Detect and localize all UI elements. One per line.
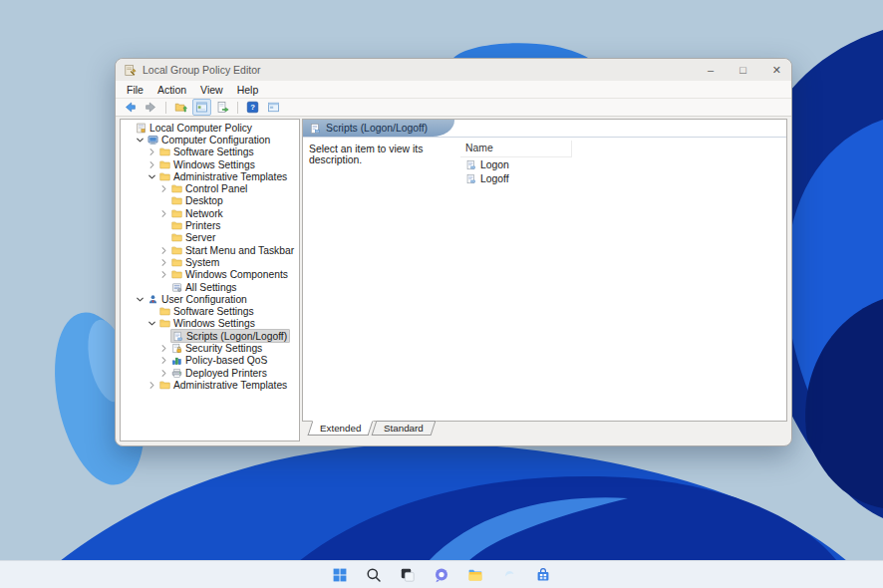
tree-item[interactable]: User Configuration [121, 293, 299, 305]
chevron-right-icon[interactable] [147, 380, 158, 391]
chev-right-icon [158, 245, 169, 256]
tab-label: Standard [384, 423, 424, 434]
tree-item[interactable]: Software Settings [121, 305, 299, 317]
toolbar [116, 99, 791, 117]
start-button[interactable] [328, 563, 353, 586]
menu-bar: FileActionViewHelp [116, 81, 791, 99]
tree-item[interactable]: Printers [121, 219, 299, 231]
folder-icon [171, 220, 182, 231]
chevron-right-icon[interactable] [147, 159, 158, 170]
chevron-down-icon[interactable] [136, 294, 147, 305]
menu-file[interactable]: File [120, 84, 150, 96]
chat-icon [434, 567, 449, 583]
list-item-label: Logon [480, 159, 509, 170]
tree-item[interactable]: Computer Configuration [121, 134, 299, 146]
tree-item[interactable]: Windows Settings [121, 158, 299, 170]
gpedit-window: Local Group Policy Editor –□✕ FileAction… [115, 58, 792, 446]
tree-item[interactable]: Start Menu and Taskbar [121, 244, 299, 256]
export-button[interactable] [213, 99, 232, 116]
list-item[interactable]: Logoff [460, 171, 786, 185]
list-item[interactable]: Logon [460, 157, 786, 171]
chevron-right-icon[interactable] [147, 147, 158, 157]
tree-item-label: Administrative Templates [173, 171, 287, 182]
tree-item[interactable]: Security Settings [121, 342, 299, 354]
folder-icon [171, 257, 182, 268]
file-explorer-button[interactable] [463, 563, 488, 586]
chevron-down-icon[interactable] [147, 318, 158, 329]
edge-button[interactable] [497, 563, 522, 586]
tree-item[interactable]: Software Settings [121, 147, 299, 158]
chevron-right-icon[interactable] [159, 269, 170, 280]
tree-item[interactable]: Policy-based QoS [121, 355, 299, 367]
tree-item[interactable]: Scripts (Logon/Logoff) [121, 330, 299, 342]
tree-item[interactable]: Network [121, 207, 299, 219]
menu-view[interactable]: View [193, 84, 230, 96]
window-tree-button[interactable] [192, 99, 211, 116]
item-description: Select an item to view its description. [303, 138, 460, 421]
chat-button[interactable] [430, 563, 454, 586]
folder-icon [159, 159, 170, 170]
scripts-icon [465, 173, 476, 184]
security-icon [171, 343, 182, 354]
tree-item[interactable]: Local Computer Policy [121, 122, 299, 134]
chevron-right-icon[interactable] [159, 368, 170, 379]
close-button[interactable]: ✕ [772, 65, 781, 76]
forward-button[interactable] [142, 99, 160, 116]
chevron-right-icon[interactable] [159, 245, 170, 256]
back-icon [124, 101, 137, 114]
minimize-button[interactable]: – [708, 65, 714, 76]
tree-item-label: System [185, 257, 219, 268]
chevron-right-icon[interactable] [159, 208, 170, 219]
task-view-button[interactable] [396, 563, 421, 586]
edge-icon [501, 567, 517, 583]
tree-item-label: All Settings [185, 282, 237, 293]
forward-icon [145, 101, 157, 114]
taskbar [0, 560, 883, 588]
tree-item[interactable]: Windows Settings [121, 318, 299, 330]
tab-label: Extended [320, 423, 361, 434]
tab-extended[interactable]: Extended [308, 421, 374, 436]
back-button[interactable] [121, 99, 140, 116]
title-bar[interactable]: Local Group Policy Editor –□✕ [116, 59, 791, 81]
search-button[interactable] [362, 563, 387, 586]
tree-item[interactable]: System [121, 256, 299, 268]
tree-item[interactable]: Control Panel [121, 182, 299, 194]
tab-standard[interactable]: Standard [372, 421, 437, 436]
window-title: Local Group Policy Editor [143, 64, 260, 76]
up-button[interactable] [171, 99, 190, 116]
tree-item-label: Start Menu and Taskbar [185, 245, 294, 256]
chevron-right-icon[interactable] [159, 183, 170, 194]
tree-item-label: Windows Settings [173, 159, 255, 170]
menu-help[interactable]: Help [230, 84, 266, 96]
tree-item[interactable]: Desktop [121, 195, 299, 207]
chevron-down-icon[interactable] [136, 135, 147, 146]
scripts-icon [172, 331, 183, 342]
tree-item-label: Scripts (Logon/Logoff) [186, 331, 287, 342]
tree-item[interactable]: All Settings [121, 281, 299, 293]
maximize-button[interactable]: □ [739, 65, 746, 76]
toolbar-separator [237, 102, 238, 114]
tree-item[interactable]: Windows Components [121, 269, 299, 281]
tree-item-label: Deployed Printers [185, 368, 267, 379]
chevron-right-icon[interactable] [159, 355, 170, 366]
tree-item-label: Windows Settings [173, 318, 255, 329]
qos-icon [171, 355, 182, 366]
tree-item-label: User Configuration [161, 294, 247, 305]
chevron-down-icon[interactable] [147, 171, 158, 182]
help-button[interactable] [243, 99, 262, 116]
menu-action[interactable]: Action [150, 84, 193, 96]
store-button[interactable] [531, 563, 556, 586]
chev-right-icon [158, 368, 169, 379]
tree-item-label: Windows Components [185, 269, 288, 280]
extended-view-header: Scripts (Logon/Logoff) [303, 120, 786, 138]
console-tree-panel: Local Computer PolicyComputer Configurat… [120, 119, 300, 441]
column-header-name[interactable]: Name [460, 141, 572, 157]
tree-item[interactable]: Deployed Printers [121, 367, 299, 379]
chevron-right-icon[interactable] [159, 343, 170, 354]
tree-item[interactable]: Administrative Templates [121, 170, 299, 182]
chevron-right-icon[interactable] [159, 257, 170, 268]
tree-item[interactable]: Administrative Templates [121, 379, 299, 391]
folder-icon [171, 232, 182, 243]
tree-item[interactable]: Server [121, 232, 299, 244]
window-plain-button[interactable] [264, 99, 283, 116]
